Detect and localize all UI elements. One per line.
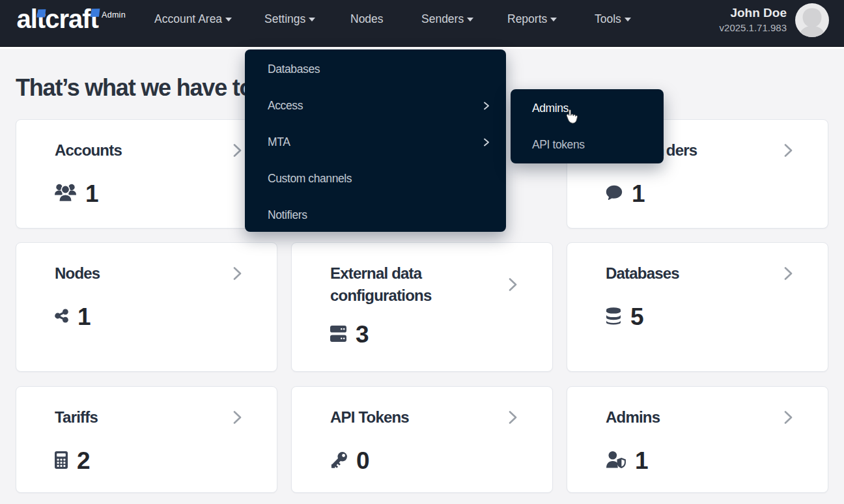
svg-text:Admin: Admin (102, 10, 126, 20)
svg-text:altcraft: altcraft (17, 5, 99, 33)
